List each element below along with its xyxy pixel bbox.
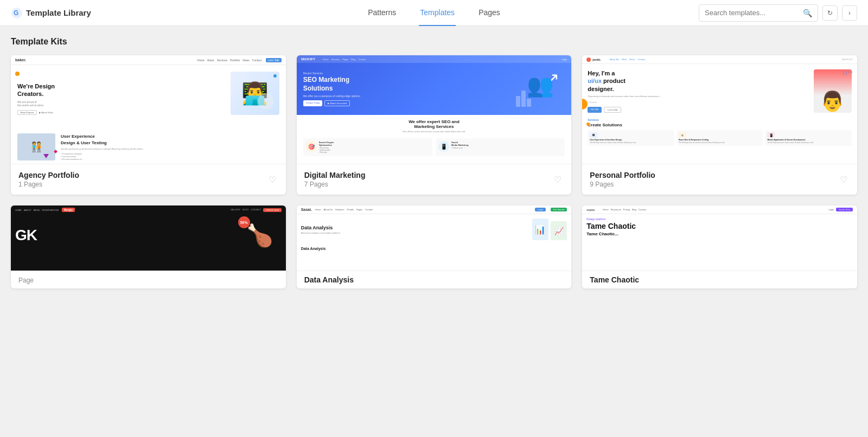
agency-second-section: 🧑‍🤝‍🧑 User ExperienceDesign & User Testi…: [11, 130, 286, 164]
header-right: 🔍 ↻ ›: [699, 4, 857, 22]
search-box[interactable]: 🔍: [699, 4, 818, 22]
card-footer-digital: Digital Marketing 7 Pages ♡: [297, 164, 572, 195]
template-card-restaurant[interactable]: HOMEABOUTMENURESERVATIONS Burgly GALLERY…: [11, 205, 286, 288]
card-title-personal: Personal Portfolio: [590, 171, 655, 179]
card-thumbnail-tame: soptw. HomeResourcesPricingBlogContact L…: [582, 205, 857, 271]
template-card-digital[interactable]: SEOCIFY HomeServicesPagesBlogContact Log…: [297, 55, 572, 195]
card-title-digital: Digital Marketing: [304, 171, 366, 179]
card-thumbnail-digital: SEOCIFY HomeServicesPagesBlogContact Log…: [297, 55, 572, 164]
card-pages-agency: 1 Pages: [18, 181, 79, 188]
card-thumbnail-agency: baker. HomeAboutServicesPortfolioNewsCon…: [11, 55, 286, 164]
main-content: Template Kits baker. HomeAboutServicesPo…: [0, 26, 868, 288]
logo-area: G Template Library: [11, 7, 91, 19]
templates-grid: baker. HomeAboutServicesPortfolioNewsCon…: [11, 55, 857, 288]
template-card-personal[interactable]: jonki. About MeWorkNewsContact AUDIO 40°: [582, 55, 857, 195]
app-title: Template Library: [26, 8, 91, 17]
card-pages-restaurant: Page: [18, 277, 34, 284]
agency-logo: baker.: [15, 58, 26, 62]
search-input[interactable]: [705, 9, 800, 17]
heart-button-personal[interactable]: ♡: [838, 172, 850, 187]
agency-hero: We're DesignCreators. We are proud ofthe…: [11, 65, 286, 130]
card-title-tame: Tame Chaotic: [590, 275, 639, 284]
agency-cta-btn: Let's Talk: [266, 58, 282, 62]
template-card-data[interactable]: › Sasai. HomeAbout UsSolutionsPortalsPag…: [297, 205, 572, 288]
card-pages-digital: 7 Pages: [304, 181, 366, 188]
template-card-agency[interactable]: baker. HomeAboutServicesPortfolioNewsCon…: [11, 55, 286, 195]
nav-tabs: Patterns Templates Pages: [367, 0, 501, 26]
tab-pages[interactable]: Pages: [477, 0, 501, 26]
svg-text:G: G: [14, 9, 18, 17]
section-title: Template Kits: [11, 37, 857, 47]
card-thumbnail-restaurant: HOMEABOUTMENURESERVATIONS Burgly GALLERY…: [11, 205, 286, 271]
card-footer-data: Data Analysis: [297, 271, 572, 288]
agency-nav-links: HomeAboutServicesPortfolioNewsContact: [197, 59, 261, 62]
search-icon: 🔍: [803, 9, 812, 17]
heart-button-digital[interactable]: ♡: [552, 172, 564, 187]
digital-service-cards: 🎯 Search EngineOptimization • Pay-Parity…: [297, 135, 572, 159]
arrow-button[interactable]: ›: [842, 5, 857, 21]
template-card-tame[interactable]: soptw. HomeResourcesPricingBlogContact L…: [582, 205, 857, 288]
sync-button[interactable]: ↻: [822, 5, 838, 21]
app-header: G Template Library Patterns Templates Pa…: [0, 0, 868, 26]
card-footer-restaurant: Page: [11, 271, 286, 288]
tab-patterns[interactable]: Patterns: [367, 0, 397, 26]
card-title-agency: Agency Portfolio: [18, 171, 79, 179]
card-footer-tame: Tame Chaotic: [582, 271, 857, 288]
digital-second: We offer expert SEO andMarketing Service…: [297, 115, 572, 135]
card-pages-personal: 9 Pages: [590, 181, 655, 188]
card-thumbnail-data: Sasai. HomeAbout UsSolutionsPortalsPages…: [297, 205, 572, 271]
card-footer-personal: Personal Portfolio 9 Pages ♡: [582, 164, 857, 195]
card-footer-agency: Agency Portfolio 1 Pages ♡: [11, 164, 286, 195]
tab-templates[interactable]: Templates: [419, 0, 456, 26]
card-thumbnail-personal: jonki. About MeWorkNewsContact AUDIO 40°: [582, 55, 857, 164]
card-title-data: Data Analysis: [304, 275, 354, 284]
heart-button-agency[interactable]: ♡: [266, 172, 278, 187]
logo-icon: G: [11, 7, 23, 19]
